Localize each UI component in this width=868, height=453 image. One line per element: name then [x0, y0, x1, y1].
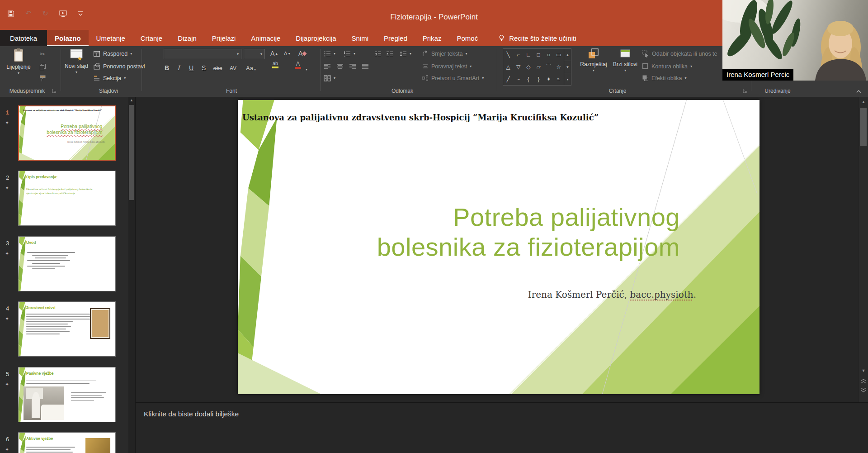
slide-3-thumbnail[interactable]: Uvod — [18, 236, 116, 291]
italic-button[interactable]: I — [177, 61, 180, 72]
shape-icon[interactable]: ✦ — [543, 73, 553, 85]
previous-slide-button[interactable] — [860, 378, 867, 384]
slide-2-thumbnail[interactable]: Opis predavanja: Ukazati na važnost fizi… — [18, 171, 116, 226]
character-spacing-button[interactable]: AV — [230, 61, 236, 72]
tab-umetanje[interactable]: Umetanje — [89, 30, 133, 46]
shape-icon[interactable]: ○ — [543, 49, 553, 61]
tell-me-box[interactable]: Recite što želite učiniti — [498, 30, 576, 46]
shape-icon[interactable]: ~ — [513, 73, 523, 85]
shape-icon[interactable]: ╲ — [503, 49, 513, 61]
font-color-dropdown[interactable]: ▾ — [306, 61, 307, 72]
notes-pane[interactable]: Kliknite da biste dodali bilješke — [136, 402, 868, 453]
align-center-button[interactable] — [336, 63, 344, 70]
select-objects-button[interactable]: Odabir objekata ili unos te — [642, 50, 717, 57]
clipboard-dialog-launcher-icon[interactable] — [52, 88, 57, 94]
drawing-dialog-launcher-icon[interactable] — [742, 88, 748, 94]
shape-icon[interactable]: ▱ — [533, 61, 543, 73]
increase-indent-button[interactable] — [386, 50, 393, 57]
layout-button[interactable]: Raspored ▾ — [93, 50, 132, 57]
line-spacing-button[interactable]: ▾ — [400, 50, 411, 57]
convert-to-smartart-button[interactable]: Pretvori u SmartArt ▾ — [422, 75, 484, 81]
slide-1-thumbnail[interactable]: Ustanova za palijativnu zdravstvenu skrb… — [18, 105, 116, 161]
strikethrough-button[interactable]: abc — [213, 61, 222, 72]
next-slide-button[interactable] — [860, 387, 867, 393]
cut-button[interactable]: ✂ — [38, 49, 47, 58]
shape-gallery[interactable]: ╲ ⌐ ∟ □ ○ ▭ △ ▽ ◇ ▱ ⌒ ☆ ╱ ~ { } ✦ ≈ ▲ ▼ … — [503, 48, 571, 86]
section-button[interactable]: Sekcija ▾ — [93, 75, 126, 82]
arrange-button[interactable]: Razmještaj ▾ — [578, 48, 609, 86]
scrollbar-thumb[interactable] — [129, 105, 134, 200]
slide-6-thumbnail[interactable]: Aktivne vježbe — [18, 432, 116, 453]
bold-button[interactable]: B — [165, 61, 169, 72]
tab-polazno[interactable]: Polazno — [47, 30, 89, 46]
shape-icon[interactable]: ▽ — [513, 61, 523, 73]
paste-button[interactable]: Lijepljenje ▾ — [5, 48, 32, 86]
quick-styles-button[interactable]: Brzi stilovi ▾ — [611, 48, 639, 86]
align-left-button[interactable] — [324, 63, 331, 70]
shape-icon[interactable]: ╱ — [503, 73, 513, 85]
shape-icon[interactable]: { — [524, 73, 533, 85]
scroll-up-icon[interactable]: ▲ — [128, 98, 135, 102]
shrink-font-button[interactable]: A▼ — [284, 51, 291, 56]
gallery-more-icon[interactable]: ▾ — [564, 73, 571, 85]
scroll-up-icon[interactable]: ▲ — [859, 100, 868, 104]
numbering-button[interactable]: ▾ — [344, 50, 355, 57]
select-cursor-icon — [642, 50, 649, 57]
scrollbar-thumb[interactable] — [860, 108, 867, 146]
tab-crtanje[interactable]: Crtanje — [133, 30, 170, 46]
canvas-scrollbar[interactable]: ▲ ▼ — [858, 97, 868, 402]
highlight-color-button[interactable]: ab — [272, 61, 278, 72]
shape-icon[interactable]: ⌐ — [513, 49, 523, 61]
shape-icon[interactable]: ≈ — [554, 73, 564, 85]
font-color-button[interactable]: A — [295, 61, 301, 72]
tab-prijelazi[interactable]: Prijelazi — [204, 30, 244, 46]
tab-prikaz[interactable]: Prikaz — [415, 30, 449, 46]
slide-header-text[interactable]: Ustanova za palijativnu zdravstvenu skrb… — [242, 113, 685, 122]
slide-4-thumbnail[interactable]: Znanstveni radovi — [18, 301, 116, 357]
slide-title-text[interactable]: Potreba palijativnog bolesnika za fiziot… — [377, 202, 680, 262]
align-right-button[interactable] — [349, 63, 356, 70]
scroll-down-icon[interactable]: ▼ — [859, 368, 868, 373]
gallery-scroll-up-icon[interactable]: ▲ — [564, 49, 571, 61]
tab-dizajn[interactable]: Dizajn — [170, 30, 204, 46]
shape-icon[interactable]: ◇ — [524, 61, 533, 73]
change-case-button[interactable]: Aa ▾ — [246, 61, 256, 72]
gallery-scroll-down-icon[interactable]: ▼ — [564, 61, 571, 73]
clear-formatting-button[interactable]: A — [298, 50, 306, 57]
copy-button[interactable] — [38, 62, 47, 71]
shape-icon[interactable]: ☆ — [554, 61, 564, 73]
bullets-button[interactable]: ▾ — [324, 50, 335, 57]
font-name-combo[interactable]: ▾ — [164, 49, 241, 59]
slide-5-thumbnail[interactable]: Pasivne vježbe — [18, 367, 116, 422]
shape-icon[interactable]: ⌒ — [543, 61, 553, 73]
decrease-indent-button[interactable] — [374, 50, 382, 57]
tab-dijaprojekcija[interactable]: Dijaprojekcija — [288, 30, 344, 46]
columns-button[interactable]: ▾ — [324, 75, 335, 82]
new-slide-button[interactable]: Novi slajd ▾ — [63, 48, 90, 86]
shape-icon[interactable]: } — [533, 73, 543, 85]
shape-icon[interactable]: ∟ — [524, 49, 533, 61]
slide-editor[interactable]: Ustanova za palijativnu zdravstvenu skrb… — [238, 100, 760, 394]
justify-button[interactable] — [362, 63, 369, 70]
underline-button[interactable]: U — [189, 61, 193, 72]
tab-animacije[interactable]: Animacije — [243, 30, 288, 46]
align-text-button[interactable]: Poravnaj tekst ▾ — [422, 63, 472, 70]
shape-icon[interactable]: ▭ — [554, 49, 564, 61]
tab-snimi[interactable]: Snimi — [344, 30, 377, 46]
text-shadow-button[interactable]: S — [202, 61, 206, 72]
thumbnail-scrollbar[interactable]: ▲ — [128, 97, 135, 453]
font-size-combo[interactable]: ▾ — [244, 49, 265, 59]
slide-author-text[interactable]: Irena Košmerl Perčić, bacc.physioth. — [528, 289, 696, 300]
tab-pomoc[interactable]: Pomoć — [449, 30, 486, 46]
tab-datoteka[interactable]: Datoteka — [0, 30, 47, 46]
collapse-ribbon-button[interactable] — [856, 90, 862, 93]
grow-font-button[interactable]: A▲ — [270, 50, 278, 57]
tab-pregled[interactable]: Pregled — [376, 30, 415, 46]
shape-outline-button[interactable]: Kontura oblika ▾ — [642, 63, 692, 70]
shape-icon[interactable]: △ — [503, 61, 513, 73]
format-painter-button[interactable] — [38, 74, 47, 83]
shape-icon[interactable]: □ — [533, 49, 543, 61]
text-direction-button[interactable]: Smjer teksta ▾ — [422, 50, 467, 57]
shape-effects-button[interactable]: Efekti oblika ▾ — [642, 75, 686, 81]
reset-button[interactable]: Ponovno postavi — [93, 63, 145, 70]
